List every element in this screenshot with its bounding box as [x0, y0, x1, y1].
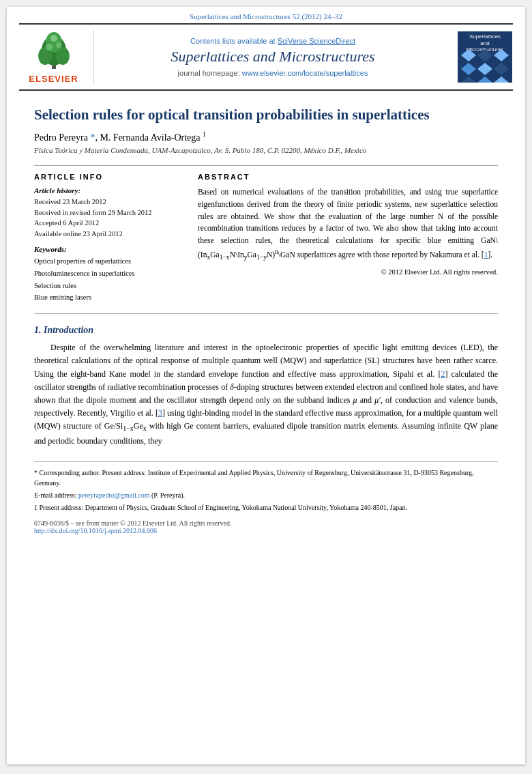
history-text: Received 23 March 2012 Received in revis… [34, 197, 184, 240]
delta-symbol: δ [230, 382, 234, 392]
email-footnote: E-mail address: pereyrapedro@gmail.com (… [34, 490, 498, 500]
corresponding-author-link[interactable]: * [90, 132, 95, 143]
email-link[interactable]: pereyrapedro@gmail.com [78, 491, 149, 499]
thumbnail-area: SuperlatticesandMicrostructures [452, 30, 513, 84]
journal-citation: Superlattices and Microstructures 52 (20… [7, 7, 525, 23]
ref-3-link[interactable]: 3 [158, 408, 162, 418]
history-label: Article history: [34, 186, 184, 195]
corresponding-fn-text: * Corresponding author. Present address:… [34, 469, 474, 487]
keyword-2: Photoluminescence in superlattices [34, 268, 184, 280]
diamond-icon [494, 63, 509, 75]
mu-symbol: μ [353, 395, 357, 405]
journal-thumbnail: SuperlatticesandMicrostructures [458, 31, 512, 83]
keywords-list: Optical properties of superlattices Phot… [34, 255, 184, 304]
journal-header: ELSEVIER Contents lists available at Sci… [19, 23, 513, 91]
elsevier-tree-icon [30, 30, 78, 71]
journal-title-header: Superlattices and Microstructures [171, 48, 375, 66]
article-info-heading: ARTICLE INFO [34, 173, 184, 181]
history-line-4: Available online 23 April 2012 [34, 229, 184, 240]
keyword-3: Selection rules [34, 280, 184, 292]
diamond-icon [477, 63, 492, 75]
sciverse-link[interactable]: SciVerse ScienceDirect [278, 37, 355, 45]
article-page: Superlattices and Microstructures 52 (20… [7, 7, 525, 764]
affiliation: Física Teórica y Materia Condensada, UAM… [34, 146, 498, 154]
diamond-icon [477, 76, 492, 83]
affil-sup: 1 [203, 130, 206, 138]
svg-point-5 [46, 44, 53, 51]
svg-point-6 [56, 42, 61, 48]
keywords-label: Keywords: [34, 245, 184, 253]
section-divider [34, 313, 498, 314]
article-info-panel: ARTICLE INFO Article history: Received 2… [34, 173, 184, 304]
abstract-heading: ABSTRACT [198, 173, 498, 181]
keyword-1: Optical properties of superlattices [34, 255, 184, 268]
article-title: Selection rules for optical transition p… [34, 106, 498, 124]
copyright-text: © 2012 Elsevier Ltd. All rights reserved… [198, 268, 498, 276]
abstract-text: Based on numerical evaluations of the tr… [198, 186, 498, 263]
journal-header-center: Contents lists available at SciVerse Sci… [94, 30, 452, 84]
corresponding-footnote: * Corresponding author. Present address:… [34, 468, 498, 488]
diamond-icon [494, 76, 509, 83]
homepage-url[interactable]: www.elsevier.com/locate/superlattices [242, 69, 368, 77]
intro-paragraph: Despite of the overwhelming literature a… [34, 341, 498, 448]
keyword-4: Blue emitting lasers [34, 291, 184, 304]
theoretical-inline: theoretical [34, 356, 69, 365]
doi-link[interactable]: http://dx.doi.org/10.1016/j.spmi.2012.04… [34, 527, 157, 534]
authors: Pedro Pereyra *, M. Fernanda Avila-Orteg… [34, 130, 498, 143]
diamond-icon [461, 76, 476, 83]
footnote-1: 1 Present address: Department of Physics… [34, 502, 498, 513]
diamond-icon [461, 63, 476, 75]
info-abstract-section: ARTICLE INFO Article history: Received 2… [34, 165, 498, 304]
elsevier-label: ELSEVIER [29, 74, 78, 84]
email-label: E-mail address: [34, 491, 76, 499]
sciverse-text: Contents lists available at SciVerse Sci… [190, 37, 355, 45]
history-line-3: Accepted 6 April 2012 [34, 218, 184, 229]
bottom-bar: 0749-6036/$ – see front matter © 2012 El… [7, 519, 525, 534]
issn-text: 0749-6036/$ – see front matter © 2012 El… [34, 519, 498, 527]
journal-link[interactable]: Superlattices and Microstructures 52 (20… [190, 12, 342, 20]
elsevier-logo-area: ELSEVIER [19, 30, 94, 84]
journal-homepage: journal homepage: www.elsevier.com/locat… [178, 69, 368, 77]
mu-prime-symbol: μ′ [374, 395, 381, 405]
theoretical-word: theoretical [296, 236, 329, 244]
doi-link-container: http://dx.doi.org/10.1016/j.spmi.2012.04… [34, 527, 498, 534]
ref-2-link[interactable]: 2 [441, 369, 445, 379]
svg-point-7 [50, 35, 57, 42]
article-content: Selection rules for optical transition p… [7, 106, 525, 513]
abstract-panel: ABSTRACT Based on numerical evaluations … [198, 173, 498, 304]
email-suffix: (P. Pereyra). [149, 491, 185, 499]
footnotes-section: * Corresponding author. Present address:… [34, 461, 498, 513]
history-line-2: Received in revised form 29 March 2012 [34, 207, 184, 218]
intro-heading: 1. Introduction [34, 325, 498, 336]
history-line-1: Received 23 March 2012 [34, 197, 184, 207]
ref-1-link[interactable]: 1 [484, 250, 488, 259]
thumbnail-pattern [458, 49, 512, 83]
